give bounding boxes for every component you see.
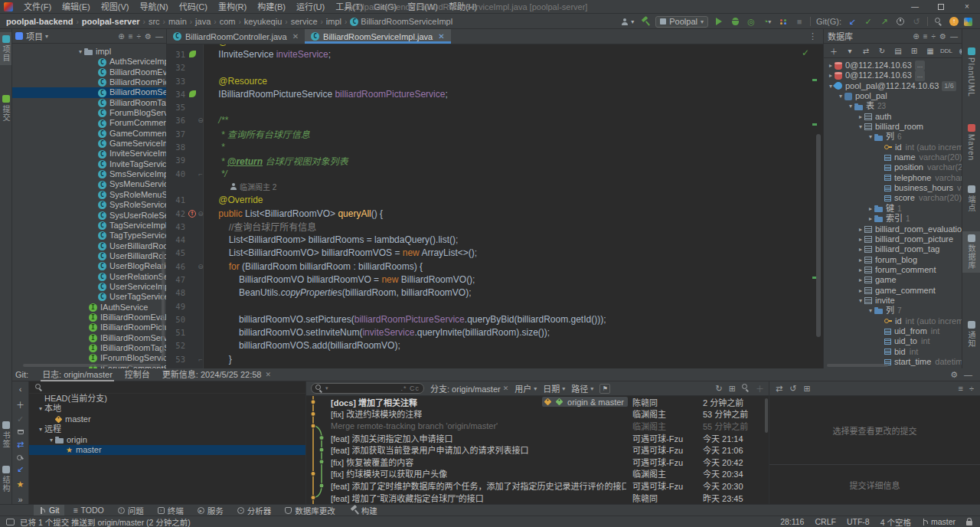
git-history-button[interactable] bbox=[895, 15, 906, 28]
stripe-tab-database[interactable]: 数据库 bbox=[962, 231, 980, 273]
database-tree-item[interactable]: namevarchar(20) bbox=[824, 152, 962, 162]
tree-expand-arrow[interactable]: ▾ bbox=[867, 306, 874, 316]
toolwindow-button-git[interactable]: Git bbox=[34, 505, 64, 516]
database-tree-item[interactable]: ▸game_comment bbox=[824, 286, 962, 296]
breadcrumb-item[interactable]: main bbox=[168, 17, 187, 26]
menu-view[interactable]: 视图(V) bbox=[96, 0, 135, 14]
menu-refactor[interactable]: 重构(R) bbox=[213, 0, 252, 14]
database-tree-item[interactable]: bidint bbox=[824, 347, 962, 357]
commit-row[interactable]: [feat] 添加了定时维护数据库的两个任务，添加了对指定历史记录进行评价的接口… bbox=[306, 480, 769, 492]
indent-style[interactable]: 4 个空格 bbox=[880, 516, 911, 527]
breadcrumb-item[interactable]: src bbox=[149, 17, 160, 26]
refresh-log-button[interactable]: ↻ bbox=[716, 384, 723, 394]
gutter-line-number[interactable]: 44 bbox=[167, 235, 187, 244]
close-button[interactable]: × bbox=[954, 0, 980, 14]
project-tree-item[interactable]: CSysRoleMenuServiceImpl bbox=[12, 190, 166, 200]
project-tree-item[interactable]: CGameServiceImpl bbox=[12, 139, 166, 149]
editor-tab[interactable]: CBilliardRoomServiceImpl.java✕ bbox=[305, 29, 450, 44]
code-line[interactable]: 53⌐ } bbox=[167, 352, 823, 365]
breadcrumb-item[interactable]: com bbox=[220, 17, 236, 26]
database-tree-item[interactable]: ▾表23 bbox=[824, 101, 962, 111]
git-commit-button[interactable]: ✓ bbox=[863, 15, 874, 28]
commit-details-layout-button[interactable]: ⊞ bbox=[729, 384, 736, 394]
gutter-line-number[interactable]: 32 bbox=[167, 63, 187, 72]
gutter-line-number[interactable]: 35 bbox=[167, 103, 187, 112]
hide-panel[interactable]: ‹ bbox=[15, 385, 26, 394]
git-push-button[interactable]: ↗ bbox=[879, 15, 890, 28]
editor-scrollbar[interactable] bbox=[816, 134, 821, 337]
db-ddl-button[interactable]: DDL bbox=[941, 44, 952, 57]
database-scrollbar-horizontal[interactable] bbox=[827, 364, 888, 367]
database-tree-item[interactable]: ▸0@112.124.10.63... bbox=[824, 70, 962, 80]
code-line[interactable]: 38 * bbox=[167, 140, 823, 153]
database-tree-item[interactable]: ▾billiard_room bbox=[824, 122, 962, 132]
panel-settings-button[interactable]: ⚙ bbox=[145, 32, 152, 41]
locate-file-button[interactable]: ⊕ bbox=[118, 32, 124, 41]
highlight-commits-button[interactable]: ⚑ bbox=[599, 384, 610, 394]
status-message[interactable]: 已将 1 个提交 推送到 origin/master (2 分钟之前) bbox=[20, 516, 191, 527]
database-tree-item[interactable]: ▾invite bbox=[824, 296, 962, 306]
database-tree-item[interactable]: ▾列6 bbox=[824, 132, 962, 142]
toolwindow-button-terminal[interactable]: ›终端 bbox=[152, 505, 189, 516]
tree-expand-arrow[interactable]: ▾ bbox=[837, 91, 844, 101]
toolwindow-button-build[interactable]: 构建 bbox=[344, 505, 383, 516]
line-separator[interactable]: CRLF bbox=[815, 517, 835, 526]
code-line[interactable]: 50 billiardRoomVO.setPictures(billiardRo… bbox=[167, 313, 823, 326]
gutter-line-number[interactable]: 38 bbox=[167, 142, 187, 152]
stripe-tab-commit[interactable]: 提交 bbox=[0, 92, 11, 125]
gutter-line-number[interactable]: 53 bbox=[167, 355, 187, 364]
branch-item[interactable]: ★master bbox=[29, 445, 305, 455]
compare-branches[interactable]: ⇄ bbox=[15, 440, 26, 450]
database-tree-item[interactable]: ▸game bbox=[824, 275, 962, 285]
database-tree-item[interactable]: ▸billiard_room_tag bbox=[824, 244, 962, 254]
commit-row[interactable]: [feat] 添加获取当前登录用户申请加入的请求列表接口可遇可球-Fzu今天 2… bbox=[306, 444, 769, 456]
project-view-dropdown[interactable]: ▾ bbox=[45, 33, 48, 40]
inspections-ok-icon[interactable]: ✓ bbox=[802, 47, 809, 58]
project-tree-item[interactable]: CUserBlogRelationServiceImpl bbox=[12, 261, 166, 271]
project-tree-item[interactable]: CForumCommentServiceImpl bbox=[12, 118, 166, 128]
more-actions[interactable]: » bbox=[15, 495, 26, 504]
code-line[interactable]: 37 * 查询所有台球厅信息 bbox=[167, 127, 823, 140]
delete-branch[interactable] bbox=[18, 430, 24, 434]
toolwindow-button-services[interactable]: ▸服务 bbox=[192, 505, 229, 516]
project-tree-item[interactable]: CInviteServiceImpl bbox=[12, 149, 166, 159]
build-project-button[interactable] bbox=[639, 15, 650, 28]
branch-filter[interactable]: 分支: origin/master✕ bbox=[430, 382, 508, 394]
breadcrumb-item[interactable]: keyukeqiu bbox=[244, 17, 283, 26]
code-line[interactable]: 35 bbox=[167, 100, 823, 113]
database-tree-item[interactable]: positionvarchar(255) bbox=[824, 162, 962, 172]
db-caret-button[interactable]: ▾ bbox=[844, 44, 855, 57]
update-branch[interactable]: ↙ bbox=[15, 464, 26, 474]
gutter-line-number[interactable]: 45 bbox=[167, 248, 187, 257]
commit-row[interactable]: Merge remote-tracking branch 'origin/mas… bbox=[306, 420, 769, 432]
project-tree-item[interactable]: CGameCommentServiceImpl bbox=[12, 129, 166, 139]
coverage-button[interactable]: ◎ bbox=[746, 15, 756, 28]
gutter-line-number[interactable]: 41 bbox=[167, 195, 187, 205]
stripe-tab-bookmarks[interactable]: 书签 bbox=[0, 418, 11, 451]
author-inlay[interactable]: 临渊阁主 2 bbox=[208, 181, 276, 192]
menu-run[interactable]: 运行(U) bbox=[291, 0, 330, 14]
search-everywhere-button[interactable] bbox=[933, 15, 944, 28]
stripe-tab-plantuml[interactable]: PlantUML bbox=[962, 44, 980, 100]
tree-expand-arrow[interactable]: ▾ bbox=[847, 101, 854, 111]
tree-expand-arrow[interactable]: ▾ bbox=[37, 424, 44, 434]
git-update-button[interactable]: ↙ bbox=[847, 15, 858, 28]
code-line[interactable]: 32 bbox=[167, 61, 823, 74]
date-filter[interactable]: 日期▾ bbox=[543, 382, 565, 394]
tree-expand-arrow[interactable]: ▸ bbox=[867, 204, 874, 214]
project-tree-item[interactable]: CForumBlogServiceImpl bbox=[12, 108, 166, 118]
fold-marker[interactable]: ⌐ bbox=[198, 355, 204, 363]
tree-expand-arrow[interactable]: ▾ bbox=[867, 132, 874, 142]
database-tree-item[interactable]: uid_fromint bbox=[824, 326, 962, 336]
code-inlay-hint[interactable]: 临渊阁主 2 bbox=[167, 180, 823, 193]
collapse-all-button[interactable]: ≡ bbox=[129, 32, 133, 41]
db-refresh-button[interactable]: ↻ bbox=[877, 44, 887, 57]
stop-button[interactable]: ■ bbox=[794, 15, 805, 28]
debug-button[interactable] bbox=[730, 15, 740, 28]
database-tree-item[interactable]: ▸auth bbox=[824, 112, 962, 122]
stripe-tab-notifications[interactable]: 通知 bbox=[962, 318, 980, 351]
branch-search-field[interactable] bbox=[29, 381, 305, 394]
code-editor[interactable]: 30 @Resource31 IInviteService inviteServ… bbox=[167, 44, 823, 368]
database-tree-item[interactable]: telephonevarchar(12) bbox=[824, 173, 962, 183]
db-rows-button[interactable]: ▤ bbox=[893, 44, 903, 57]
